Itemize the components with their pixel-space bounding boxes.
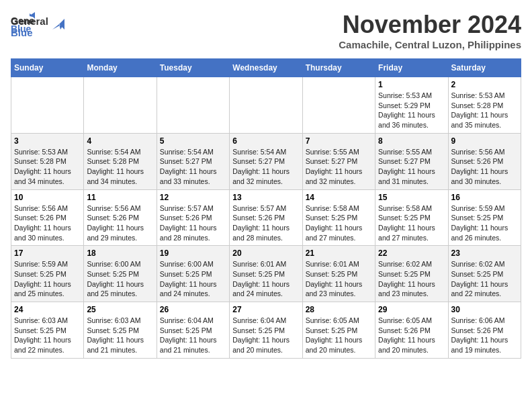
day-info: Sunrise: 6:05 AM Sunset: 5:26 PM Dayligh… (378, 316, 445, 355)
day-info: Sunrise: 6:04 AM Sunset: 5:25 PM Dayligh… (232, 316, 299, 355)
day-number: 15 (378, 193, 445, 202)
day-number: 1 (378, 80, 445, 89)
day-info: Sunrise: 5:59 AM Sunset: 5:25 PM Dayligh… (451, 203, 518, 243)
day-number: 12 (160, 193, 226, 202)
day-number: 22 (378, 248, 445, 258)
weekday-header: Friday (375, 59, 448, 77)
day-info: Sunrise: 6:03 AM Sunset: 5:25 PM Dayligh… (14, 316, 81, 355)
calendar-cell: 11Sunrise: 5:56 AM Sunset: 5:26 PM Dayli… (84, 189, 157, 246)
day-number: 4 (87, 136, 153, 146)
day-info: Sunrise: 6:05 AM Sunset: 5:25 PM Dayligh… (306, 316, 372, 355)
page-header: General Blue General Blue November 2024 … (11, 11, 521, 50)
calendar-week-row: 17Sunrise: 5:59 AM Sunset: 5:25 PM Dayli… (11, 246, 521, 302)
title-block: November 2024 Camachile, Central Luzon, … (339, 11, 521, 50)
calendar-cell (11, 77, 84, 134)
day-number: 29 (378, 305, 445, 314)
month-title: November 2024 (339, 11, 521, 39)
calendar-cell: 8Sunrise: 5:55 AM Sunset: 5:27 PM Daylig… (375, 133, 448, 189)
calendar-cell: 25Sunrise: 6:03 AM Sunset: 5:25 PM Dayli… (84, 302, 157, 359)
calendar-cell: 17Sunrise: 5:59 AM Sunset: 5:25 PM Dayli… (11, 246, 84, 302)
day-info: Sunrise: 5:55 AM Sunset: 5:27 PM Dayligh… (378, 147, 445, 187)
day-info: Sunrise: 5:59 AM Sunset: 5:25 PM Dayligh… (14, 259, 81, 299)
calendar-cell: 3Sunrise: 5:53 AM Sunset: 5:28 PM Daylig… (11, 133, 84, 189)
calendar-cell (230, 77, 302, 134)
calendar-cell: 13Sunrise: 5:57 AM Sunset: 5:26 PM Dayli… (230, 189, 302, 246)
day-info: Sunrise: 6:04 AM Sunset: 5:25 PM Dayligh… (160, 316, 226, 355)
weekday-header: Monday (84, 59, 157, 77)
day-number: 24 (14, 305, 81, 314)
weekday-header-row: SundayMondayTuesdayWednesdayThursdayFrid… (11, 59, 521, 77)
calendar-cell: 10Sunrise: 5:56 AM Sunset: 5:26 PM Dayli… (11, 189, 84, 246)
calendar-cell: 19Sunrise: 6:00 AM Sunset: 5:25 PM Dayli… (157, 246, 229, 302)
day-info: Sunrise: 6:02 AM Sunset: 5:25 PM Dayligh… (451, 259, 518, 299)
day-number: 26 (160, 305, 226, 314)
day-info: Sunrise: 6:01 AM Sunset: 5:25 PM Dayligh… (232, 259, 299, 299)
day-info: Sunrise: 6:00 AM Sunset: 5:25 PM Dayligh… (160, 259, 226, 299)
day-number: 23 (451, 248, 518, 258)
weekday-header: Tuesday (157, 59, 229, 77)
calendar-cell (302, 77, 375, 134)
calendar-cell: 2Sunrise: 5:53 AM Sunset: 5:28 PM Daylig… (448, 77, 521, 134)
day-info: Sunrise: 6:02 AM Sunset: 5:25 PM Dayligh… (378, 259, 445, 299)
day-info: Sunrise: 5:56 AM Sunset: 5:26 PM Dayligh… (451, 147, 518, 187)
day-info: Sunrise: 6:00 AM Sunset: 5:25 PM Dayligh… (87, 259, 153, 299)
calendar-cell: 29Sunrise: 6:05 AM Sunset: 5:26 PM Dayli… (375, 302, 448, 359)
location-title: Camachile, Central Luzon, Philippines (339, 39, 521, 50)
calendar-cell: 20Sunrise: 6:01 AM Sunset: 5:25 PM Dayli… (230, 246, 302, 302)
day-number: 3 (14, 136, 81, 146)
calendar-cell (157, 77, 229, 134)
day-info: Sunrise: 5:53 AM Sunset: 5:28 PM Dayligh… (14, 147, 81, 187)
day-info: Sunrise: 5:56 AM Sunset: 5:26 PM Dayligh… (87, 203, 153, 243)
day-number: 10 (14, 193, 81, 202)
calendar-cell: 28Sunrise: 6:05 AM Sunset: 5:25 PM Dayli… (302, 302, 375, 359)
day-info: Sunrise: 6:03 AM Sunset: 5:25 PM Dayligh… (87, 316, 153, 355)
calendar-cell: 15Sunrise: 5:58 AM Sunset: 5:25 PM Dayli… (375, 189, 448, 246)
day-info: Sunrise: 5:53 AM Sunset: 5:28 PM Dayligh… (451, 91, 518, 130)
day-info: Sunrise: 5:56 AM Sunset: 5:26 PM Dayligh… (14, 203, 81, 243)
calendar-week-row: 1Sunrise: 5:53 AM Sunset: 5:29 PM Daylig… (11, 77, 521, 134)
day-info: Sunrise: 5:54 AM Sunset: 5:27 PM Dayligh… (232, 147, 299, 187)
day-info: Sunrise: 5:57 AM Sunset: 5:26 PM Dayligh… (160, 203, 226, 243)
weekday-header: Sunday (11, 59, 84, 77)
day-info: Sunrise: 5:58 AM Sunset: 5:25 PM Dayligh… (378, 203, 445, 243)
day-info: Sunrise: 5:57 AM Sunset: 5:26 PM Dayligh… (232, 203, 299, 243)
calendar-cell: 12Sunrise: 5:57 AM Sunset: 5:26 PM Dayli… (157, 189, 229, 246)
day-info: Sunrise: 5:53 AM Sunset: 5:29 PM Dayligh… (378, 91, 445, 130)
weekday-header: Thursday (302, 59, 375, 77)
calendar-cell: 9Sunrise: 5:56 AM Sunset: 5:26 PM Daylig… (448, 133, 521, 189)
day-number: 30 (451, 305, 518, 314)
day-info: Sunrise: 5:54 AM Sunset: 5:28 PM Dayligh… (87, 147, 153, 187)
weekday-header: Saturday (448, 59, 521, 77)
calendar-cell: 26Sunrise: 6:04 AM Sunset: 5:25 PM Dayli… (157, 302, 229, 359)
day-number: 13 (232, 193, 299, 202)
day-number: 27 (232, 305, 299, 314)
calendar-cell: 1Sunrise: 5:53 AM Sunset: 5:29 PM Daylig… (375, 77, 448, 134)
calendar-cell: 22Sunrise: 6:02 AM Sunset: 5:25 PM Dayli… (375, 246, 448, 302)
calendar-table: SundayMondayTuesdayWednesdayThursdayFrid… (11, 58, 521, 359)
calendar-cell: 24Sunrise: 6:03 AM Sunset: 5:25 PM Dayli… (11, 302, 84, 359)
day-number: 6 (232, 136, 299, 146)
day-number: 16 (451, 193, 518, 202)
day-info: Sunrise: 6:06 AM Sunset: 5:26 PM Dayligh… (451, 316, 518, 355)
day-number: 21 (306, 248, 372, 258)
day-number: 8 (378, 136, 445, 146)
calendar-cell: 30Sunrise: 6:06 AM Sunset: 5:26 PM Dayli… (448, 302, 521, 359)
svg-marker-5 (59, 19, 64, 30)
calendar-cell: 16Sunrise: 5:59 AM Sunset: 5:25 PM Dayli… (448, 189, 521, 246)
logo-general: General (11, 16, 48, 28)
day-info: Sunrise: 5:54 AM Sunset: 5:27 PM Dayligh… (160, 147, 226, 187)
day-number: 28 (306, 305, 372, 314)
day-number: 25 (87, 305, 153, 314)
day-number: 9 (451, 136, 518, 146)
day-info: Sunrise: 6:01 AM Sunset: 5:25 PM Dayligh… (306, 259, 372, 299)
logo-blue: Blue (11, 28, 48, 39)
calendar-cell: 21Sunrise: 6:01 AM Sunset: 5:25 PM Dayli… (302, 246, 375, 302)
calendar-cell: 7Sunrise: 5:55 AM Sunset: 5:27 PM Daylig… (302, 133, 375, 189)
calendar-cell: 14Sunrise: 5:58 AM Sunset: 5:25 PM Dayli… (302, 189, 375, 246)
day-number: 7 (306, 136, 372, 146)
day-number: 20 (232, 248, 299, 258)
day-info: Sunrise: 5:58 AM Sunset: 5:25 PM Dayligh… (306, 203, 372, 243)
calendar-cell: 5Sunrise: 5:54 AM Sunset: 5:27 PM Daylig… (157, 133, 229, 189)
day-info: Sunrise: 5:55 AM Sunset: 5:27 PM Dayligh… (306, 147, 372, 187)
day-number: 5 (160, 136, 226, 146)
